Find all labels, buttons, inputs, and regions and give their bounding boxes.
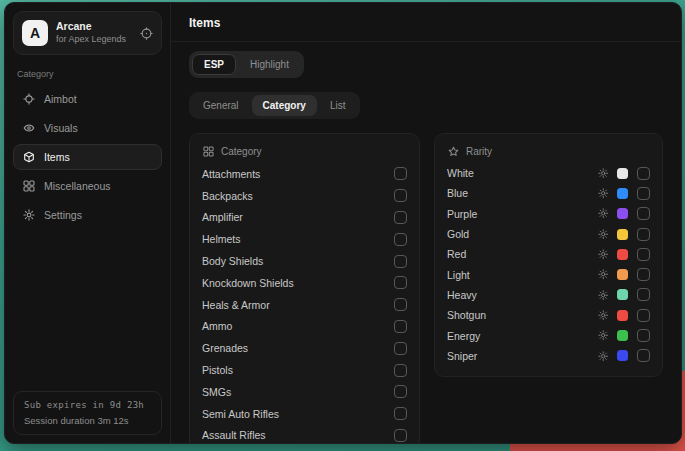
toggle-highlight[interactable]: Highlight bbox=[238, 54, 301, 75]
logo-card: A Arcane for Apex Legends bbox=[13, 11, 162, 55]
gear-icon[interactable] bbox=[598, 269, 609, 280]
checkbox-blue[interactable] bbox=[637, 187, 650, 200]
session-duration-text: Session duration 3m 12s bbox=[24, 415, 151, 426]
color-swatch-purple[interactable] bbox=[617, 208, 628, 219]
category-item-label: Ammo bbox=[202, 320, 232, 332]
gear-icon[interactable] bbox=[598, 310, 609, 321]
gear-icon[interactable] bbox=[598, 208, 609, 219]
cube-icon bbox=[23, 151, 35, 163]
sidebar-item-settings[interactable]: Settings bbox=[13, 202, 162, 228]
gear-icon[interactable] bbox=[598, 330, 609, 341]
checkbox-pistols[interactable] bbox=[394, 364, 407, 377]
checkbox-purple[interactable] bbox=[637, 207, 650, 220]
rarity-panel-header: Rarity bbox=[448, 146, 649, 157]
category-row-heals-armor: Heals & Armor bbox=[202, 294, 407, 316]
gear-icon[interactable] bbox=[598, 290, 609, 301]
category-row-knockdown-shields: Knockdown Shields bbox=[202, 272, 407, 294]
rarity-row-controls bbox=[598, 207, 651, 220]
rarity-row-controls bbox=[598, 288, 651, 301]
checkbox-helmets[interactable] bbox=[394, 233, 407, 246]
sidebar-item-miscellaneous[interactable]: Miscellaneous bbox=[13, 173, 162, 199]
sidebar-item-label: Visuals bbox=[44, 122, 78, 134]
gear-icon[interactable] bbox=[598, 229, 609, 240]
checkbox-attachments[interactable] bbox=[394, 167, 407, 180]
rarity-row-blue: Blue bbox=[447, 183, 650, 203]
category-item-label: Grenades bbox=[202, 342, 248, 354]
main-content: Items ESP Highlight General Category Lis… bbox=[171, 3, 681, 443]
app-title: Arcane bbox=[56, 21, 126, 33]
category-row-assault-rifles: Assault Rifles bbox=[202, 425, 407, 443]
sidebar-item-visuals[interactable]: Visuals bbox=[13, 115, 162, 141]
app-subtitle: for Apex Legends bbox=[56, 35, 126, 45]
checkbox-ammo[interactable] bbox=[394, 320, 407, 333]
checkbox-red[interactable] bbox=[637, 248, 650, 261]
rarity-row-energy: Energy bbox=[447, 325, 650, 345]
color-swatch-heavy[interactable] bbox=[617, 289, 628, 300]
mode-toggle-group: ESP Highlight bbox=[189, 51, 304, 78]
app-window: A Arcane for Apex Legends Category Aimbo… bbox=[4, 2, 682, 444]
sidebar-section-label: Category bbox=[17, 69, 158, 79]
checkbox-energy[interactable] bbox=[637, 329, 650, 342]
checkbox-semi-auto-rifles[interactable] bbox=[394, 407, 407, 420]
gear-icon[interactable] bbox=[598, 168, 609, 179]
category-item-label: Attachments bbox=[202, 168, 260, 180]
color-swatch-energy[interactable] bbox=[617, 330, 628, 341]
checkbox-heavy[interactable] bbox=[637, 288, 650, 301]
gear-icon[interactable] bbox=[598, 249, 609, 260]
color-swatch-red[interactable] bbox=[617, 249, 628, 260]
gear-icon[interactable] bbox=[598, 351, 609, 362]
color-swatch-white[interactable] bbox=[617, 168, 628, 179]
crosshair-target-icon[interactable] bbox=[140, 27, 153, 40]
checkbox-smgs[interactable] bbox=[394, 385, 407, 398]
gear-icon bbox=[23, 209, 35, 221]
tab-category[interactable]: Category bbox=[252, 95, 317, 116]
checkbox-sniper[interactable] bbox=[637, 349, 650, 362]
color-swatch-sniper[interactable] bbox=[617, 350, 628, 361]
category-row-ammo: Ammo bbox=[202, 316, 407, 338]
checkbox-grenades[interactable] bbox=[394, 342, 407, 355]
checkbox-backpacks[interactable] bbox=[394, 189, 407, 202]
rarity-item-label: Purple bbox=[447, 208, 477, 220]
category-item-label: Pistols bbox=[202, 364, 233, 376]
toggle-esp[interactable]: ESP bbox=[192, 54, 236, 75]
sidebar-item-items[interactable]: Items bbox=[13, 144, 162, 170]
category-item-label: Knockdown Shields bbox=[202, 277, 294, 289]
rarity-row-gold: Gold bbox=[447, 224, 650, 244]
checkbox-gold[interactable] bbox=[637, 228, 650, 241]
tab-group: General Category List bbox=[189, 92, 360, 119]
category-item-label: SMGs bbox=[202, 386, 231, 398]
rarity-row-heavy: Heavy bbox=[447, 285, 650, 305]
color-swatch-blue[interactable] bbox=[617, 188, 628, 199]
grid-icon bbox=[203, 146, 214, 157]
sidebar-item-label: Items bbox=[44, 151, 70, 163]
grid-icon bbox=[23, 180, 35, 192]
checkbox-amplifier[interactable] bbox=[394, 211, 407, 224]
rarity-row-controls bbox=[598, 268, 651, 281]
tab-general[interactable]: General bbox=[192, 95, 250, 116]
rarity-row-controls bbox=[598, 329, 651, 342]
category-item-label: Body Shields bbox=[202, 255, 263, 267]
checkbox-body-shields[interactable] bbox=[394, 255, 407, 268]
color-swatch-light[interactable] bbox=[617, 269, 628, 280]
color-swatch-shotgun[interactable] bbox=[617, 310, 628, 321]
category-row-body-shields: Body Shields bbox=[202, 250, 407, 272]
checkbox-white[interactable] bbox=[637, 167, 650, 180]
sidebar-nav: AimbotVisualsItemsMiscellaneousSettings bbox=[13, 86, 162, 231]
checkbox-knockdown-shields[interactable] bbox=[394, 276, 407, 289]
tab-list[interactable]: List bbox=[319, 95, 357, 116]
rarity-row-controls bbox=[598, 187, 651, 200]
sidebar: A Arcane for Apex Legends Category Aimbo… bbox=[5, 3, 171, 443]
color-swatch-gold[interactable] bbox=[617, 229, 628, 240]
checkbox-shotgun[interactable] bbox=[637, 309, 650, 322]
category-item-label: Backpacks bbox=[202, 190, 253, 202]
gear-icon[interactable] bbox=[598, 188, 609, 199]
checkbox-assault-rifles[interactable] bbox=[394, 429, 407, 442]
category-row-semi-auto-rifles: Semi Auto Rifles bbox=[202, 403, 407, 425]
page-title: Items bbox=[189, 16, 663, 30]
checkbox-light[interactable] bbox=[637, 268, 650, 281]
rarity-item-label: Sniper bbox=[447, 350, 477, 362]
sub-expiry-text: Sub expires in 9d 23h bbox=[24, 400, 151, 410]
checkbox-heals-armor[interactable] bbox=[394, 298, 407, 311]
rarity-row-controls bbox=[598, 228, 651, 241]
sidebar-item-aimbot[interactable]: Aimbot bbox=[13, 86, 162, 112]
